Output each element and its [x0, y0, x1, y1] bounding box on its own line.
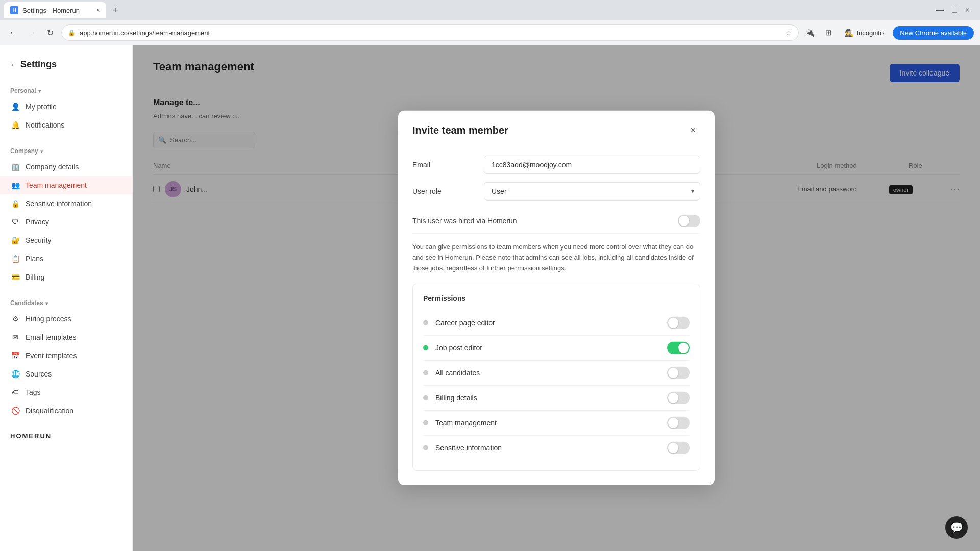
toggle-knob	[668, 393, 678, 403]
hired-via-row: This user was hired via Homerun	[412, 209, 700, 234]
browser-tab[interactable]: H Settings - Homerun ×	[4, 2, 106, 18]
sidebar-item-label: Sources	[26, 370, 52, 378]
hiring-icon: ⚙	[10, 314, 20, 324]
team-mgmt-dot	[423, 420, 428, 425]
company-section: Company ▾ 🏢 Company details 👥 Team manag…	[0, 144, 132, 286]
incognito-btn[interactable]: 🕵 Incognito	[840, 27, 889, 39]
main-content: Team management Invite colleague Manage …	[133, 45, 980, 551]
permissions-desc: You can give permissions to team members…	[412, 242, 700, 273]
sidebar-item-label: Privacy	[26, 218, 49, 226]
toggle-knob	[668, 318, 678, 328]
minimize-btn[interactable]: —	[936, 6, 944, 15]
sidebar-item-email-templates[interactable]: ✉ Email templates	[0, 328, 132, 346]
sidebar-item-label: Tags	[26, 388, 41, 396]
address-bar[interactable]: 🔒 app.homerun.co/settings/team-managemen…	[61, 24, 799, 41]
user-role-select-wrapper: Admin User ▾	[484, 182, 700, 201]
personal-section-label[interactable]: Personal ▾	[0, 84, 132, 97]
url-display: app.homerun.co/settings/team-management	[80, 29, 781, 37]
nav-actions: 🔌 ⊞ 🕵 Incognito New Chrome available	[803, 26, 974, 40]
sidebar-item-label: Hiring process	[26, 315, 71, 323]
career-page-toggle[interactable]	[667, 317, 690, 329]
sidebar-item-team-management[interactable]: 👥 Team management	[0, 176, 132, 194]
team-mgmt-toggle[interactable]	[667, 417, 690, 429]
career-page-label: Career page editor	[435, 319, 667, 327]
browser-titlebar: H Settings - Homerun × + — □ ×	[0, 0, 980, 20]
reload-nav-btn[interactable]: ↻	[43, 26, 57, 40]
tab-close-btn[interactable]: ×	[96, 7, 100, 14]
bookmark-icon[interactable]: ☆	[786, 29, 792, 37]
sidebar-item-event-templates[interactable]: 📅 Event templates	[0, 346, 132, 365]
chrome-update-btn[interactable]: New Chrome available	[893, 26, 974, 40]
sidebar-item-label: Email templates	[26, 333, 77, 341]
sidebar-item-sources[interactable]: 🌐 Sources	[0, 365, 132, 383]
sensitive-info-toggle[interactable]	[667, 442, 690, 454]
chat-bubble-btn[interactable]: 💬	[945, 516, 968, 539]
job-post-label: Job post editor	[435, 344, 667, 352]
chevron-icon: ▾	[38, 88, 41, 94]
sidebar-item-security[interactable]: 🔐 Security	[0, 231, 132, 249]
extensions-icon[interactable]: 🔌	[803, 26, 817, 40]
toggle-knob	[679, 216, 689, 226]
sidebar-item-my-profile[interactable]: 👤 My profile	[0, 97, 132, 116]
permission-item-career-page-editor: Career page editor	[423, 311, 690, 336]
email-label: Email	[412, 161, 484, 169]
sidebar-item-plans[interactable]: 📋 Plans	[0, 249, 132, 268]
disqualification-icon: 🚫	[10, 406, 20, 416]
settings-title: Settings	[20, 59, 57, 70]
invite-modal: Invite team member × Email User role	[398, 111, 715, 485]
back-nav-btn[interactable]: ←	[6, 26, 20, 40]
candidates-section-label[interactable]: Candidates ▾	[0, 296, 132, 310]
billing-details-toggle[interactable]	[667, 392, 690, 404]
forward-icon: →	[28, 28, 36, 37]
sidebar-logo-area: HOMERUN	[0, 420, 132, 446]
sidebar-item-label: Security	[26, 236, 52, 244]
permission-item-team-management: Team management	[423, 411, 690, 436]
all-candidates-toggle[interactable]	[667, 367, 690, 379]
forward-nav-btn[interactable]: →	[24, 26, 39, 40]
sidebar-item-company-details[interactable]: 🏢 Company details	[0, 158, 132, 176]
modal-title: Invite team member	[412, 124, 508, 136]
plans-icon: 📋	[10, 254, 20, 264]
sidebar: ← Settings Personal ▾ 👤 My profile 🔔 Not…	[0, 45, 133, 551]
sources-icon: 🌐	[10, 369, 20, 379]
sidebar-item-disqualification[interactable]: 🚫 Disqualification	[0, 402, 132, 420]
sidebar-item-billing[interactable]: 💳 Billing	[0, 268, 132, 286]
sidebar-item-label: My profile	[26, 103, 57, 111]
job-post-toggle[interactable]	[667, 342, 690, 354]
sidebar-item-label: Sensitive information	[26, 199, 92, 208]
sidebar-item-notifications[interactable]: 🔔 Notifications	[0, 116, 132, 134]
sidebar-toggle-btn[interactable]: ⊞	[821, 26, 836, 40]
maximize-btn[interactable]: □	[952, 6, 957, 15]
permission-item-sensitive-info: Sensitive information	[423, 436, 690, 460]
company-section-label[interactable]: Company ▾	[0, 144, 132, 158]
email-icon: ✉	[10, 332, 20, 342]
modal-close-btn[interactable]: ×	[686, 123, 700, 137]
sidebar-item-label: Disqualification	[26, 407, 74, 415]
user-role-select[interactable]: Admin User	[484, 182, 700, 201]
permissions-title: Permissions	[423, 294, 690, 303]
email-form-row: Email	[412, 156, 700, 174]
candidates-section: Candidates ▾ ⚙ Hiring process ✉ Email te…	[0, 296, 132, 420]
close-window-btn[interactable]: ×	[965, 6, 970, 15]
permission-item-billing-details: Billing details	[423, 386, 690, 411]
new-tab-btn[interactable]: +	[108, 3, 122, 17]
incognito-icon: 🕵	[845, 29, 853, 37]
email-field[interactable]	[484, 156, 700, 174]
privacy-icon: 🛡	[10, 217, 20, 227]
all-candidates-dot	[423, 370, 428, 375]
back-to-app-btn[interactable]: ← Settings	[10, 59, 57, 70]
sidebar-item-tags[interactable]: 🏷 Tags	[0, 383, 132, 402]
sidebar-item-label: Billing	[26, 273, 44, 281]
chevron-icon: ▾	[45, 300, 48, 306]
hired-via-toggle[interactable]	[678, 215, 700, 227]
sidebar-item-sensitive-information[interactable]: 🔒 Sensitive information	[0, 194, 132, 213]
profile-icon: 👤	[10, 102, 20, 112]
sensitive-icon: 🔒	[10, 198, 20, 209]
permission-item-job-post-editor: Job post editor	[423, 336, 690, 361]
chevron-icon: ▾	[40, 148, 43, 154]
billing-details-dot	[423, 395, 428, 400]
sidebar-item-hiring-process[interactable]: ⚙ Hiring process	[0, 310, 132, 328]
sidebar-item-privacy[interactable]: 🛡 Privacy	[0, 213, 132, 231]
personal-section: Personal ▾ 👤 My profile 🔔 Notifications	[0, 84, 132, 134]
lock-icon: 🔒	[68, 29, 76, 36]
